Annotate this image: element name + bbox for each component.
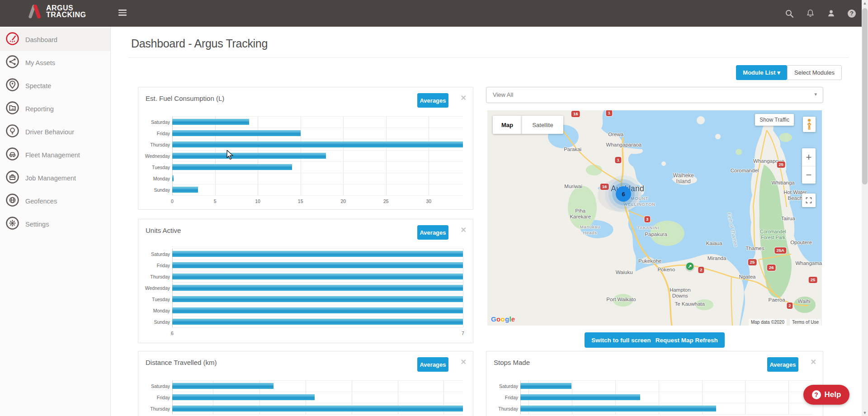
map-action-bar: Switch to full screen Request Map Refres… — [585, 332, 725, 348]
bar[interactable] — [172, 285, 463, 291]
close-icon[interactable]: ✕ — [811, 358, 816, 366]
map-fullscreen-button[interactable] — [802, 194, 816, 207]
request-map-refresh-button[interactable]: Request Map Refresh — [656, 337, 718, 344]
zoom-in-button[interactable]: + — [802, 149, 816, 166]
module-list-button[interactable]: Module List ▾ — [736, 65, 787, 80]
title-separator — [128, 57, 849, 58]
category-label: Thursday — [138, 406, 170, 411]
select-modules-button[interactable]: Select Modules — [787, 65, 842, 80]
averages-button[interactable]: Averages — [417, 93, 448, 108]
page-scrollbar[interactable]: ▲ ▼ — [862, 0, 868, 416]
chart-row: Thursday — [172, 403, 463, 414]
sidebar-item-my-assets[interactable]: My Assets — [0, 51, 110, 74]
map-vehicle-marker[interactable]: ↗ — [685, 262, 694, 271]
category-label: Tuesday — [138, 297, 170, 302]
chart-title: Units Active — [146, 227, 181, 234]
bar[interactable] — [172, 319, 463, 325]
chart-row: Thursday — [172, 139, 463, 150]
switch-fullscreen-button[interactable]: Switch to full screen — [591, 337, 651, 344]
close-icon[interactable]: ✕ — [461, 226, 467, 234]
sidebar-item-driver-behaviour[interactable]: Driver Behaviour — [0, 120, 110, 143]
panel-stops-made: Stops MadeAverages✕SaturdayFridayThursda… — [486, 351, 823, 416]
show-traffic-button[interactable]: Show Traffic — [755, 114, 794, 126]
bar[interactable] — [172, 142, 463, 147]
view-all-select[interactable]: View All ▾ — [486, 87, 823, 103]
scroll-down-arrow-icon[interactable]: ▼ — [862, 410, 868, 416]
pegman-icon[interactable] — [803, 117, 816, 132]
notifications-icon[interactable] — [806, 9, 815, 18]
averages-button[interactable]: Averages — [767, 357, 798, 372]
category-label: Monday — [138, 308, 170, 313]
bar[interactable] — [172, 175, 174, 181]
sidebar-item-geofences[interactable]: Geofences — [0, 189, 110, 213]
scroll-up-arrow-icon[interactable]: ▲ — [862, 0, 868, 6]
chart-row: Monday — [172, 305, 463, 316]
bar[interactable] — [172, 307, 463, 313]
chart-row: Thursday — [172, 271, 463, 282]
bar[interactable] — [172, 383, 274, 389]
sidebar-item-dashboard[interactable]: Dashboard — [0, 28, 110, 51]
scrollbar-thumb[interactable] — [862, 8, 868, 184]
close-icon[interactable]: ✕ — [461, 94, 467, 102]
sidebar-item-fleet-management[interactable]: Fleet Management — [0, 143, 110, 166]
help-button[interactable]: ? Help — [803, 385, 849, 405]
bar[interactable] — [172, 394, 315, 400]
map-zoom-control[interactable]: + − — [802, 148, 816, 184]
chart-row: Friday — [172, 128, 463, 139]
chart-title: Est. Fuel Consumption (L) — [146, 95, 224, 102]
search-icon[interactable] — [785, 9, 794, 18]
map-type-map-button[interactable]: Map — [493, 116, 522, 134]
brand-logo[interactable]: ARGUS TRACKING — [26, 4, 86, 19]
bar[interactable] — [172, 406, 463, 411]
bar[interactable] — [520, 383, 571, 389]
bar[interactable] — [172, 187, 198, 193]
bar[interactable] — [520, 394, 640, 400]
sidebar-item-spectate[interactable]: Spectate — [0, 74, 110, 97]
axis-tick: 30 — [426, 199, 432, 204]
bar[interactable] — [172, 153, 326, 159]
category-label: Friday — [138, 395, 170, 400]
sidebar-item-label: Reporting — [25, 105, 54, 113]
bar[interactable] — [172, 164, 292, 170]
category-label: Saturday — [486, 383, 518, 389]
map-type-satellite-button[interactable]: Satellite — [522, 116, 563, 134]
hamburger-menu-icon[interactable] — [118, 9, 127, 17]
sidebar-item-label: Job Management — [25, 175, 76, 182]
sidebar-item-label: Spectate — [25, 82, 51, 90]
sidebar-item-settings[interactable]: Settings — [0, 213, 110, 236]
chart-row: Wednesday — [172, 282, 463, 293]
bar[interactable] — [172, 296, 463, 302]
chart-row: Tuesday — [172, 161, 463, 173]
averages-button[interactable]: Averages — [417, 225, 448, 240]
axis-tick: 5 — [214, 199, 217, 204]
zoom-out-button[interactable]: − — [802, 166, 816, 184]
bar[interactable] — [172, 274, 463, 279]
axis-tick: 10 — [255, 199, 260, 204]
bar[interactable] — [172, 262, 463, 268]
help-icon[interactable]: ? — [847, 9, 856, 18]
sidebar-item-reporting[interactable]: Reporting — [0, 97, 110, 120]
category-label: Wednesday — [138, 153, 170, 159]
reporting-icon — [5, 101, 19, 117]
map-cluster-marker[interactable]: 6 — [616, 186, 631, 202]
bar[interactable] — [172, 130, 301, 136]
bar[interactable] — [172, 119, 249, 125]
bar[interactable] — [520, 406, 716, 411]
user-icon[interactable] — [826, 9, 835, 18]
panel-distance-travelled: Distance Travelled (km)Averages✕Saturday… — [138, 351, 473, 416]
category-label: Saturday — [138, 251, 170, 257]
averages-button[interactable]: Averages — [417, 357, 448, 372]
chart-title: Distance Travelled (km) — [146, 359, 217, 366]
panel-units-active: Units ActiveAverages✕SaturdayFridayThurs… — [138, 219, 473, 343]
axis-tick: 7 — [462, 331, 464, 336]
bar[interactable] — [172, 251, 463, 257]
sidebar-nav: DashboardMy AssetsSpectateReportingDrive… — [0, 27, 111, 416]
google-map[interactable]: Fletcher BayOrewaWhangaparaoaParakaiWhan… — [487, 110, 822, 326]
chart-row: Friday — [172, 392, 463, 403]
chart-row: Saturday — [172, 380, 463, 392]
close-icon[interactable]: ✕ — [461, 358, 467, 366]
sidebar-item-label: My Assets — [25, 59, 55, 66]
chart-row: Wednesday — [172, 150, 463, 161]
sidebar-item-job-management[interactable]: Job Management — [0, 166, 110, 189]
terms-of-use-link[interactable]: Terms of Use — [790, 319, 821, 326]
